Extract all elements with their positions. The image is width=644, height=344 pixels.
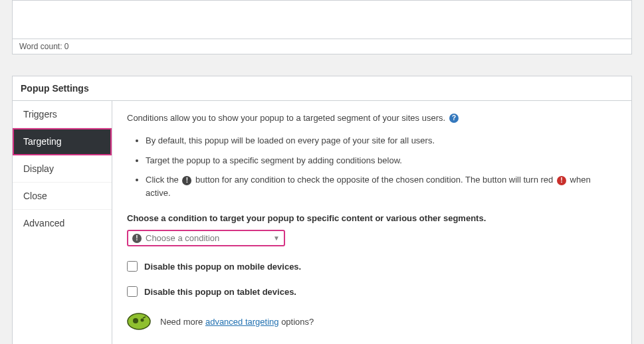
svg-point-2 [141,319,144,322]
help-icon[interactable]: ? [449,114,459,123]
disable-mobile-checkbox[interactable] [127,261,138,272]
choose-condition-label: Choose a condition to target your popup … [127,213,617,223]
footer-text: Need more advanced targeting options? [160,317,314,327]
tab-display[interactable]: Display [13,155,112,183]
popup-settings-panel: Popup Settings Triggers Targeting Displa… [12,76,632,344]
panel-title: Popup Settings [13,76,631,101]
intro-text: Conditions allow you to show your popup … [127,113,445,123]
bullet-negate: Click the ! button for any condition to … [146,170,617,203]
negate-icon: ! [182,176,191,185]
bullet-negate-mid: button for any condition to check the op… [195,175,553,185]
tab-close[interactable]: Close [13,183,112,210]
svg-point-1 [133,318,138,323]
settings-tabs: Triggers Targeting Display Close Advance… [13,101,112,344]
intro-bullets: By default, this popup will be loaded on… [146,131,617,203]
tab-targeting[interactable]: Targeting [13,128,112,155]
bullet-target: Target the popup to a specific segment b… [146,151,617,171]
disable-tablet-checkbox[interactable] [127,286,138,297]
editor-area [12,0,632,39]
condition-select-placeholder: Choose a condition [146,233,269,243]
footer-pre: Need more [160,317,205,327]
advanced-targeting-link[interactable]: advanced targeting [205,317,279,327]
word-count-label: Word count: 0 [19,42,68,51]
pro-badge-icon [127,313,151,330]
bullet-negate-pre: Click the [146,175,179,185]
chevron-down-icon: ▼ [273,234,280,242]
svg-point-0 [128,313,150,329]
word-count-bar: Word count: 0 [12,39,632,54]
bullet-default: By default, this popup will be loaded on… [146,131,617,151]
tab-advanced[interactable]: Advanced [13,210,112,236]
negate-active-icon: ! [557,176,566,185]
disable-tablet-label[interactable]: Disable this popup on tablet devices. [144,287,296,297]
disable-mobile-label[interactable]: Disable this popup on mobile devices. [144,262,301,272]
condition-select[interactable]: ! Choose a condition ▼ [127,230,285,246]
tab-content: Conditions allow you to show your popup … [112,101,631,344]
footer-post: options? [279,317,314,327]
tab-triggers[interactable]: Triggers [13,101,112,128]
negate-toggle-icon[interactable]: ! [132,234,142,243]
